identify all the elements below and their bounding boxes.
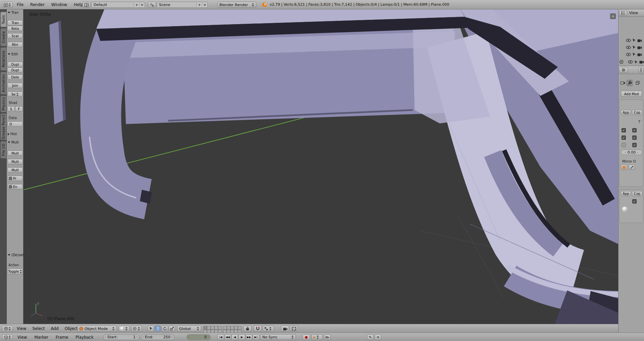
selectability-cursor-icon[interactable] xyxy=(632,52,636,56)
mode-dropdown[interactable]: Object Mode xyxy=(77,326,117,332)
play-button[interactable]: ▶ xyxy=(238,334,245,340)
tab-relations[interactable]: Relations xyxy=(0,47,6,71)
multires-button-3[interactable]: Mult xyxy=(7,167,23,173)
menu-frame[interactable]: Frame xyxy=(56,335,68,340)
outliner-view-menu[interactable]: View xyxy=(629,11,638,15)
prev-keyframe-button[interactable]: ◀◀ xyxy=(224,334,231,340)
current-frame-field[interactable]: ‹ 0 › xyxy=(186,334,211,340)
tab-create[interactable]: Create xyxy=(0,28,6,46)
renderability-camera-icon[interactable] xyxy=(637,53,642,56)
translate-manipulator-button[interactable] xyxy=(155,326,161,332)
3d-view-editor-type-button[interactable] xyxy=(2,326,13,332)
scene-browse-button[interactable] xyxy=(148,2,156,8)
axis-v-checkbox[interactable]: ✓ xyxy=(632,135,637,140)
modifier-option-checkbox[interactable]: ✓ xyxy=(632,199,637,204)
scene-field[interactable]: Scene + × xyxy=(157,2,208,8)
tab-file-io[interactable]: File I/O xyxy=(0,141,6,159)
menu-view[interactable]: View xyxy=(17,326,26,331)
history-panel-header[interactable]: Hist xyxy=(8,132,17,136)
decrement-arrow-icon[interactable]: ‹ xyxy=(143,335,144,339)
render-engine-dropdown[interactable]: Blender Render xyxy=(217,2,256,8)
multires-button-2[interactable]: Mult xyxy=(7,159,23,164)
menu-render[interactable]: Render xyxy=(30,2,45,7)
duplicate-button[interactable]: Dupl xyxy=(7,62,23,67)
selectability-cursor-icon[interactable] xyxy=(634,60,638,64)
rotate-button[interactable]: Rota xyxy=(7,26,23,31)
clipping-checkbox[interactable]: ✓ xyxy=(632,143,637,147)
ensure-button[interactable]: En xyxy=(7,184,23,189)
info-editor-type-button[interactable] xyxy=(2,2,13,8)
screen-layout-browse-button[interactable] xyxy=(83,2,91,8)
opengl-render-anim-button[interactable] xyxy=(290,326,298,332)
tab-grease-pencil[interactable]: Grease Pencil xyxy=(0,113,6,140)
menu-object[interactable]: Object xyxy=(65,326,78,331)
decrement-arrow-icon[interactable]: ‹ xyxy=(105,335,106,339)
increment-arrow-icon[interactable]: › xyxy=(637,151,638,154)
mod-apply-button[interactable]: App xyxy=(621,191,631,196)
tab-animation[interactable]: Animation xyxy=(0,72,6,95)
snap-toggle-button[interactable] xyxy=(254,326,262,332)
renderability-camera-icon[interactable] xyxy=(637,46,642,49)
menu-file[interactable]: File xyxy=(17,2,23,7)
menu-view[interactable]: View xyxy=(17,335,27,340)
sync-mode-dropdown[interactable]: No Sync xyxy=(260,334,296,340)
visibility-eye-icon[interactable] xyxy=(626,39,631,42)
axis-y-checkbox[interactable]: ✓ xyxy=(622,135,626,140)
axis-x-checkbox[interactable]: ✓ xyxy=(622,128,626,132)
axis-u-checkbox[interactable]: ✓ xyxy=(632,128,637,132)
lock-to-scene-button[interactable] xyxy=(244,326,252,332)
opengl-render-still-button[interactable] xyxy=(281,326,289,332)
increment-arrow-icon[interactable]: › xyxy=(171,335,173,339)
selectability-cursor-icon[interactable] xyxy=(632,38,636,42)
join-button[interactable]: Join xyxy=(7,83,23,88)
mirror-object-field[interactable] xyxy=(621,165,627,170)
tab-modifiers-wrench-icon[interactable] xyxy=(628,81,632,85)
menu-select[interactable]: Select xyxy=(32,326,45,331)
transform-orientation-dropdown[interactable]: Global xyxy=(177,326,201,332)
insert-keyframe-button[interactable] xyxy=(324,334,331,340)
frame-end-field[interactable]: ‹ End: 250 › xyxy=(141,334,174,340)
set-origin-dropdown[interactable]: Se xyxy=(7,92,23,97)
merge-limit-field[interactable]: ‹ 0.00 › xyxy=(621,150,642,155)
properties-editor-type-button[interactable] xyxy=(619,67,628,73)
3d-viewport[interactable]: User Ortho (0) Plane.000 y + xyxy=(23,9,618,324)
preview-button[interactable]: Pr xyxy=(7,176,23,181)
visibility-eye-icon[interactable] xyxy=(628,60,633,64)
action-toggle-dropdown[interactable]: Toggle xyxy=(7,269,23,274)
visibility-eye-icon[interactable] xyxy=(626,46,631,49)
multires-panel-header[interactable]: Mult xyxy=(8,140,19,144)
menu-window[interactable]: Window xyxy=(51,2,67,7)
3d-model-render[interactable] xyxy=(24,9,619,324)
mod-apply-button[interactable]: App xyxy=(621,110,631,115)
delete-keyframe-button[interactable]: × xyxy=(375,334,381,340)
tab-physics[interactable]: Physics xyxy=(0,96,6,112)
manipulator-toggle-button[interactable] xyxy=(148,326,154,332)
tab-object-icon[interactable] xyxy=(635,81,640,85)
viewport-shading-dropdown[interactable] xyxy=(118,326,130,332)
mod-copy-button[interactable]: Cop xyxy=(632,191,642,196)
rotate-manipulator-button[interactable] xyxy=(162,326,168,332)
layer-grid-2[interactable] xyxy=(223,326,241,333)
properties-context-button[interactable] xyxy=(639,67,643,73)
tab-render-icon[interactable] xyxy=(621,81,625,85)
jump-to-end-button[interactable]: ▶| xyxy=(253,334,259,340)
menu-help[interactable]: Help xyxy=(74,2,83,7)
increment-arrow-icon[interactable]: › xyxy=(137,335,138,339)
scale-button[interactable]: Scal xyxy=(7,33,23,39)
add-modifier-dropdown[interactable]: Add Mod xyxy=(621,91,642,97)
translate-button[interactable]: Tran xyxy=(7,20,23,25)
screen-layout-close-button[interactable]: × xyxy=(139,3,145,7)
data-transfer-button[interactable]: D xyxy=(7,121,23,127)
mirror-button[interactable]: Mirr xyxy=(7,42,23,47)
keying-set-dropdown[interactable]: ◆ xyxy=(311,334,323,340)
scale-manipulator-button[interactable] xyxy=(169,326,175,332)
renderability-camera-icon[interactable] xyxy=(637,39,642,42)
menu-add[interactable]: Add xyxy=(51,326,59,331)
frame-start-field[interactable]: ‹ Start: 1 › xyxy=(103,334,140,340)
axis-z-checkbox[interactable] xyxy=(622,143,626,147)
auto-keyframe-record-button[interactable]: ● xyxy=(303,334,310,340)
pivot-point-dropdown[interactable] xyxy=(131,326,142,332)
delete-button[interactable]: Dele xyxy=(7,74,23,80)
screen-layout-add-button[interactable]: + xyxy=(134,3,139,7)
decrement-arrow-icon[interactable]: ‹ xyxy=(625,151,626,154)
